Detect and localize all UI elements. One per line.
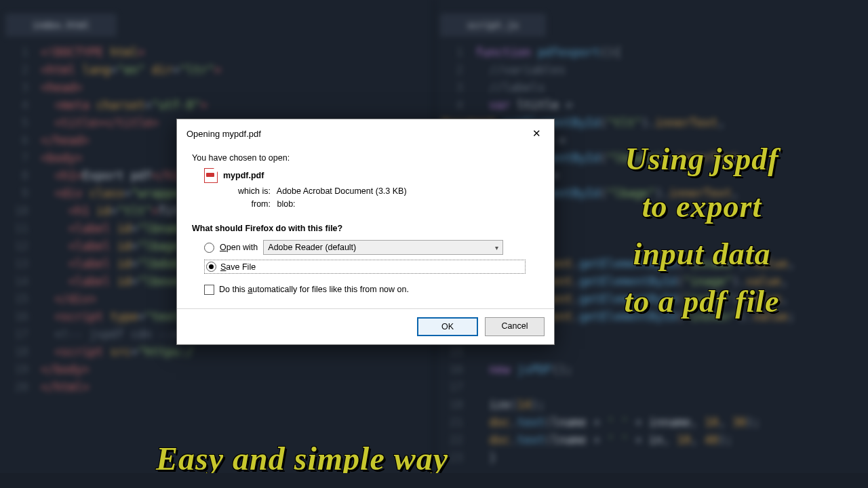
close-icon[interactable]: ✕: [523, 125, 550, 142]
ok-button[interactable]: OK: [417, 317, 478, 336]
do-automatically-option[interactable]: Do this automatically for files like thi…: [192, 285, 539, 295]
editor-tab-left: index.html: [5, 14, 117, 37]
file-source-row: from: blob:: [230, 199, 539, 209]
do-automatically-label: Do this automatically for files like thi…: [216, 285, 408, 294]
dialog-title: Opening mypdf.pdf: [186, 129, 523, 139]
cancel-button[interactable]: Cancel: [485, 317, 545, 336]
dialog-titlebar: Opening mypdf.pdf ✕: [177, 119, 554, 148]
dialog-filename: mypdf.pdf: [223, 171, 264, 180]
open-with-option[interactable]: Open with Adobe Reader (default) ▾: [204, 240, 539, 255]
save-file-label: Save File: [220, 262, 256, 272]
open-with-dropdown[interactable]: Adobe Reader (default) ▾: [263, 240, 503, 255]
save-file-radio[interactable]: [206, 262, 216, 272]
file-type-row: which is: Adobe Acrobat Document (3.3 KB…: [230, 186, 539, 196]
open-with-radio[interactable]: [204, 243, 214, 253]
do-automatically-checkbox[interactable]: [204, 285, 214, 295]
chevron-down-icon: ▾: [495, 244, 498, 251]
download-dialog: Opening mypdf.pdf ✕ You have chosen to o…: [176, 119, 555, 345]
open-with-app: Adobe Reader (default): [268, 243, 356, 252]
caption-bottom: Easy and simple way: [156, 440, 448, 477]
caption-right: Using jspdfto exportinput datato a pdf f…: [556, 136, 848, 325]
dialog-question: What should Firefox do with this file?: [192, 224, 539, 233]
pdf-file-icon: [204, 168, 218, 183]
open-with-label: Open with: [220, 243, 258, 252]
save-file-option[interactable]: Save File: [204, 260, 526, 274]
dialog-lead: You have chosen to open:: [192, 153, 539, 163]
editor-status-bar: [0, 473, 868, 488]
editor-tab-right: script.js: [440, 14, 546, 37]
